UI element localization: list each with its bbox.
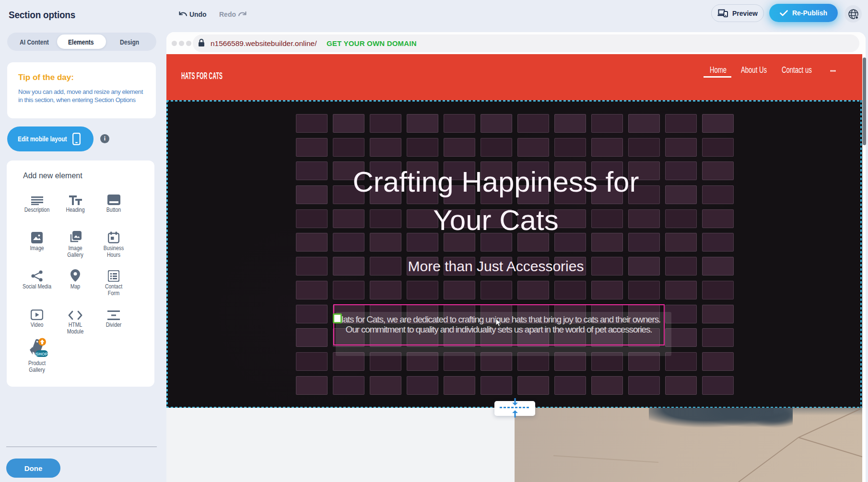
svg-text:SHOP: SHOP	[35, 352, 48, 356]
